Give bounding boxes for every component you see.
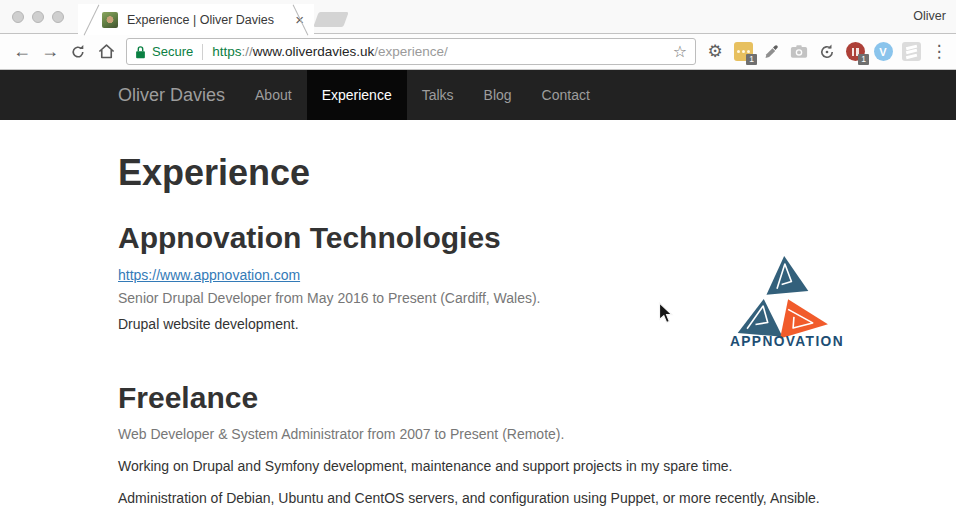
appnovation-logo-image: APPNOVATION bbox=[728, 253, 846, 348]
back-button[interactable]: ← bbox=[8, 38, 36, 66]
tab-favicon-icon bbox=[102, 12, 118, 28]
secure-lock-icon bbox=[135, 45, 146, 59]
nav-item-blog[interactable]: Blog bbox=[469, 70, 527, 120]
browser-tab[interactable]: Experience | Oliver Davies × bbox=[78, 4, 314, 35]
appnovation-logo-text: APPNOVATION bbox=[730, 332, 844, 348]
site-brand[interactable]: Oliver Davies bbox=[118, 70, 225, 120]
extension-badge: 1 bbox=[746, 54, 757, 65]
tab-edge bbox=[84, 5, 100, 36]
omnibox-divider bbox=[202, 44, 203, 60]
screenshot-extension-button[interactable]: 1 bbox=[732, 41, 754, 63]
layers-extension-button[interactable] bbox=[900, 41, 922, 63]
browser-window: Experience | Oliver Davies × Oliver ← → … bbox=[0, 0, 956, 508]
page-title: Experience bbox=[118, 153, 838, 193]
nav-item-talks[interactable]: Talks bbox=[407, 70, 469, 120]
experience-section-freelance: Freelance Web Developer & System Adminis… bbox=[118, 381, 838, 508]
home-button[interactable] bbox=[92, 38, 120, 66]
extension-badge: 1 bbox=[858, 54, 869, 65]
company-heading: Appnovation Technologies bbox=[118, 221, 838, 254]
layers-icon bbox=[902, 42, 921, 61]
blocker-extension-button[interactable]: 1 bbox=[844, 41, 866, 63]
tab-title: Experience | Oliver Davies bbox=[127, 13, 287, 27]
bookmark-star-icon[interactable]: ☆ bbox=[673, 42, 687, 61]
company-link[interactable]: https://www.appnovation.com bbox=[118, 265, 300, 285]
company-heading: Freelance bbox=[118, 381, 838, 414]
window-close-button[interactable] bbox=[12, 11, 24, 23]
url-text[interactable]: https://www.oliverdavies.uk/experience/ bbox=[212, 44, 666, 59]
eyedropper-icon bbox=[763, 43, 780, 60]
new-tab-button[interactable] bbox=[313, 12, 348, 27]
gear-icon: ⚙ bbox=[707, 43, 722, 60]
appnovation-logo: APPNOVATION bbox=[728, 253, 846, 353]
url-separator: :// bbox=[241, 44, 252, 59]
extensions-row: ⚙ 1 bbox=[704, 41, 950, 63]
page-content: Experience Appnovation Technologies http… bbox=[103, 153, 853, 508]
reload-icon bbox=[69, 43, 87, 61]
address-bar[interactable]: Secure https://www.oliverdavies.uk/exper… bbox=[126, 38, 696, 65]
eyedropper-extension-button[interactable] bbox=[760, 41, 782, 63]
url-scheme: https bbox=[212, 44, 241, 59]
reload-button[interactable] bbox=[64, 38, 92, 66]
browser-menu-button[interactable]: ⋮ bbox=[928, 41, 950, 62]
browser-toolbar: ← → Secure https://www.oliverdavies.uk/e… bbox=[0, 34, 956, 70]
url-host: www.oliverdavies.uk bbox=[253, 44, 375, 59]
nav-item-experience[interactable]: Experience bbox=[307, 70, 407, 120]
sync-arrows-icon bbox=[818, 43, 836, 61]
profile-name[interactable]: Oliver bbox=[913, 9, 946, 23]
job-meta: Web Developer & System Administrator fro… bbox=[118, 424, 838, 444]
forward-button[interactable]: → bbox=[36, 38, 64, 66]
window-controls bbox=[12, 11, 64, 23]
v-extension-icon: V bbox=[874, 42, 893, 61]
home-icon bbox=[97, 42, 116, 61]
nav-item-about[interactable]: About bbox=[240, 70, 307, 120]
v-extension-button[interactable]: V bbox=[872, 41, 894, 63]
window-zoom-button[interactable] bbox=[52, 11, 64, 23]
camera-extension-button[interactable] bbox=[788, 41, 810, 63]
job-description: Administration of Debian, Ubuntu and Cen… bbox=[118, 488, 838, 508]
site-navbar: Oliver Davies About Experience Talks Blo… bbox=[0, 70, 956, 120]
window-minimize-button[interactable] bbox=[32, 11, 44, 23]
security-label[interactable]: Secure bbox=[152, 44, 193, 59]
tab-strip: Experience | Oliver Davies × Oliver bbox=[0, 0, 956, 34]
sync-extension-button[interactable] bbox=[816, 41, 838, 63]
nav-item-contact[interactable]: Contact bbox=[527, 70, 605, 120]
camera-icon bbox=[790, 44, 808, 59]
job-description: Working on Drupal and Symfony developmen… bbox=[118, 456, 838, 476]
url-path: /experience/ bbox=[374, 44, 448, 59]
gear-extension-button[interactable]: ⚙ bbox=[704, 41, 726, 63]
